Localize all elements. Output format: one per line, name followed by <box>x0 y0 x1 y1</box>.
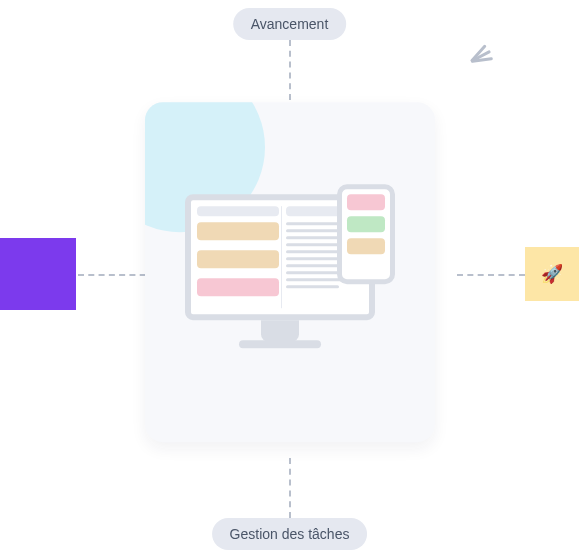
burst-lines-icon <box>463 42 503 82</box>
device-illustration <box>185 184 395 374</box>
center-card <box>145 102 435 442</box>
connector-right <box>457 274 525 276</box>
ui-bar <box>347 216 385 232</box>
monitor-left-column <box>197 206 279 308</box>
right-yellow-square: 🚀 <box>525 247 579 301</box>
monitor-base <box>239 340 321 348</box>
monitor-stand <box>261 320 299 342</box>
ui-bar <box>197 250 279 268</box>
left-purple-square <box>0 238 76 310</box>
bottom-label-pill: Gestion des tâches <box>212 518 368 550</box>
phone-icon <box>337 184 395 284</box>
bottom-label-text: Gestion des tâches <box>230 526 350 542</box>
rocket-icon: 🚀 <box>541 263 563 285</box>
top-label-pill: Avancement <box>233 8 347 40</box>
ui-bar <box>347 238 385 254</box>
ui-bar <box>197 222 279 240</box>
ui-bar <box>197 278 279 296</box>
connector-top <box>289 40 291 100</box>
connector-bottom <box>289 458 291 518</box>
diagram-stage: Avancement Gestion des tâches 🚀 <box>0 0 579 558</box>
top-label-text: Avancement <box>251 16 329 32</box>
ui-bar <box>347 194 385 210</box>
ui-bar <box>197 206 279 216</box>
